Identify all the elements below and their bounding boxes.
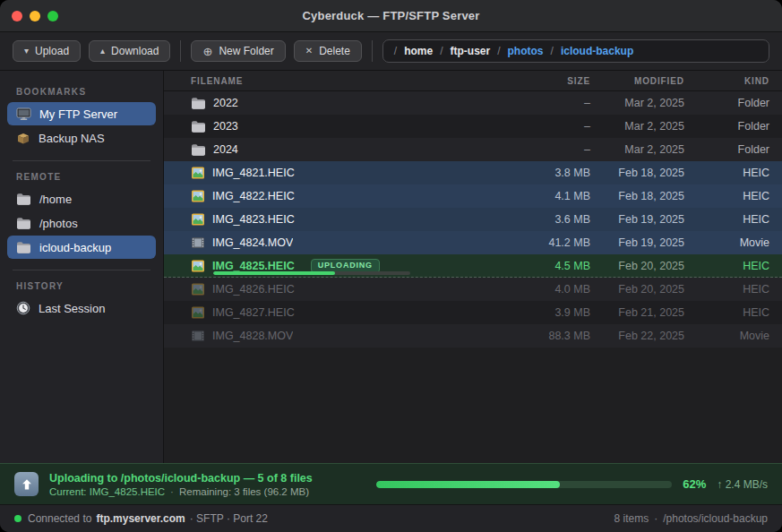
file-name: IMG_4825.HEIC (212, 260, 295, 272)
minimize-window-button[interactable] (30, 11, 40, 21)
sidebar-item-label: /home (39, 193, 72, 206)
title-bar: Cyberduck — FTP/SFTP Server (0, 0, 782, 32)
column-header-filename[interactable]: FILENAME (191, 76, 496, 86)
status-right: 8 items · /photos/icloud-backup (614, 512, 768, 525)
file-kind: Movie (684, 330, 769, 342)
folder-icon (191, 120, 206, 133)
transfer-title: Uploading to /photos/icloud-backup — 5 o… (49, 472, 313, 485)
file-kind: Movie (684, 236, 769, 249)
toolbar-file-group: ⊕New Folder✕Delete (191, 40, 361, 62)
file-row-img-4823-heic[interactable]: IMG_4823.HEIC3.6 MBFeb 19, 2025HEIC (164, 208, 782, 231)
file-row-img-4827-heic[interactable]: IMG_4827.HEIC3.9 MBFeb 21, 2025HEIC (164, 301, 782, 324)
file-name: 2023 (213, 120, 238, 133)
file-size: 4.0 MB (496, 283, 590, 296)
separator-dot: · (654, 512, 657, 525)
file-name: IMG_4826.HEIC (212, 283, 295, 296)
breadcrumb-segment-icloud-backup[interactable]: icloud-backup (561, 45, 633, 57)
breadcrumb-separator: / (551, 45, 554, 57)
sidebar-section-remote: REMOTE (16, 172, 163, 182)
column-header-size[interactable]: SIZE (496, 76, 590, 86)
sidebar-item-home[interactable]: /home (7, 187, 156, 210)
folder-icon (16, 217, 31, 229)
breadcrumb-segment-ftp-user[interactable]: ftp-user (451, 45, 491, 57)
file-row-2023[interactable]: 2023–Mar 2, 2025Folder (164, 115, 782, 138)
sidebar-item-backup-nas[interactable]: Backup NAS (7, 126, 156, 150)
file-modified: Feb 18, 2025 (590, 167, 684, 179)
breadcrumb-separator: / (497, 45, 500, 57)
connected-label: Connected to (28, 512, 91, 525)
toolbar-transfer-group: ▾Upload▴Download (13, 40, 170, 62)
column-header-modified[interactable]: MODIFIED (590, 76, 684, 86)
file-modified: Feb 18, 2025 (590, 190, 684, 202)
file-kind: Folder (684, 143, 769, 156)
sidebar-section-history: HISTORY (16, 281, 163, 291)
file-size: 88.3 MB (496, 330, 590, 342)
sidebar-item-icloud-backup[interactable]: icloud-backup (7, 236, 156, 259)
zoom-window-button[interactable] (47, 11, 58, 21)
file-size: 4.1 MB (496, 190, 590, 202)
file-row-img-4822-heic[interactable]: IMG_4822.HEIC4.1 MBFeb 18, 2025HEIC (164, 184, 782, 208)
file-row-img-4828-mov[interactable]: IMG_4828.MOV88.3 MBFeb 22, 2025Movie (164, 324, 782, 348)
file-row-img-4824-mov[interactable]: IMG_4824.MOV41.2 MBFeb 19, 2025Movie (164, 231, 782, 254)
x-icon: ✕ (305, 47, 313, 56)
transfer-current-file: Current: IMG_4825.HEIC (49, 486, 165, 497)
transfer-percentage: 62% (683, 477, 706, 491)
new-folder-button[interactable]: ⊕New Folder (191, 40, 285, 62)
file-row-img-4826-heic[interactable]: IMG_4826.HEIC4.0 MBFeb 20, 2025HEIC (164, 278, 782, 301)
file-upload-progress-bar (213, 271, 410, 275)
column-header-kind[interactable]: KIND (684, 76, 769, 86)
file-kind: Folder (684, 120, 769, 133)
window-controls (12, 0, 58, 32)
file-name: IMG_4822.HEIC (212, 190, 295, 202)
file-name: IMG_4823.HEIC (212, 213, 295, 226)
sidebar-item-label: Backup NAS (39, 132, 105, 145)
file-upload-progress-fill (213, 271, 335, 275)
breadcrumb[interactable]: /home/ftp-user/photos/icloud-backup (382, 39, 769, 63)
file-modified: Feb 21, 2025 (590, 306, 684, 319)
close-window-button[interactable] (12, 11, 22, 21)
sidebar-divider (13, 270, 150, 270)
folder-icon (191, 97, 206, 109)
file-modified: Mar 2, 2025 (590, 120, 684, 133)
delete-button[interactable]: ✕Delete (294, 40, 362, 62)
status-bar: Connected to ftp.myserver.com · SFTP · P… (0, 504, 782, 532)
file-kind: Folder (684, 97, 769, 109)
movie-file-icon (191, 329, 205, 343)
file-row-2024[interactable]: 2024–Mar 2, 2025Folder (164, 138, 782, 161)
breadcrumb-segment-home[interactable]: home (404, 45, 433, 57)
upload-button[interactable]: ▾Upload (13, 40, 81, 62)
download-button[interactable]: ▴Download (89, 40, 170, 62)
sidebar-section-bookmarks: BOOKMARKS (16, 87, 163, 97)
breadcrumb-segment-photos[interactable]: photos (508, 45, 544, 57)
sidebar-item-my-ftp-server[interactable]: My FTP Server (7, 102, 156, 125)
file-row-img-4825-heic[interactable]: IMG_4825.HEICUPLOADING4.5 MBFeb 20, 2025… (164, 254, 782, 278)
toolbar-separator (372, 40, 373, 62)
file-row-img-4821-heic[interactable]: IMG_4821.HEIC3.8 MBFeb 18, 2025HEIC (164, 161, 782, 184)
file-size: 3.6 MB (496, 213, 590, 226)
image-file-icon (191, 282, 205, 296)
file-size: 4.5 MB (496, 260, 590, 272)
file-size: – (496, 120, 590, 133)
sidebar-item-last-session[interactable]: Last Session (7, 296, 156, 320)
image-file-icon (191, 259, 205, 273)
clock-icon (16, 301, 30, 315)
items-count: 8 items (614, 512, 649, 525)
circle-plus-icon: ⊕ (202, 46, 212, 57)
file-modified: Feb 20, 2025 (590, 283, 684, 296)
file-name: IMG_4827.HEIC (212, 306, 295, 319)
file-row-2022[interactable]: 2022–Mar 2, 2025Folder (164, 91, 782, 115)
button-label: Delete (319, 45, 350, 57)
transfer-speed: ↑ 2.4 MB/s (717, 478, 768, 491)
sidebar-item-label: /photos (39, 217, 78, 230)
toolbar-separator (180, 40, 181, 62)
file-modified: Feb 19, 2025 (590, 236, 684, 249)
upload-arrow-icon (14, 472, 39, 496)
file-name: IMG_4828.MOV (212, 330, 293, 342)
server-host: ftp.myserver.com (96, 512, 185, 525)
server-monitor-icon (16, 107, 31, 121)
storage-box-icon (16, 132, 30, 145)
file-name: 2024 (213, 143, 238, 156)
folder-icon (191, 143, 206, 156)
image-file-icon (191, 166, 205, 180)
sidebar-item-photos[interactable]: /photos (7, 211, 156, 235)
